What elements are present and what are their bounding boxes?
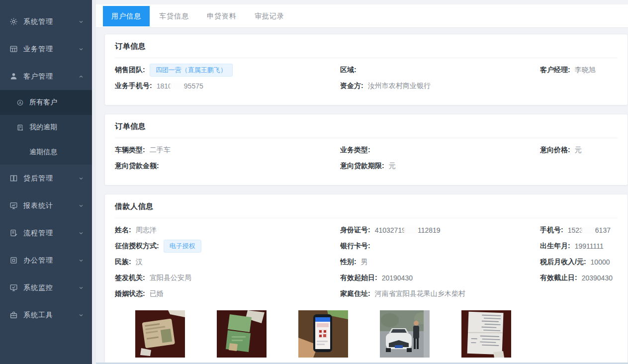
sidebar-item-all-customers[interactable]: 所有客户 (0, 90, 92, 115)
chevron-down-icon (78, 285, 84, 291)
tab-loan-application-docs[interactable]: 申贷资料 (198, 6, 245, 26)
field-name: 姓名: 周志洋 (115, 222, 340, 238)
field-intent-loan-term: 意向贷款期限: 元 (340, 158, 540, 174)
field-valid-from: 有效起始日: 20190430 (340, 270, 540, 286)
clipboard-pen-icon (9, 229, 18, 237)
field-label: 民族: (115, 258, 131, 267)
chevron-down-icon (78, 46, 84, 52)
photo-item: 本人照 (135, 310, 185, 364)
vertical-scrollbar[interactable] (92, 0, 96, 364)
sidebar-item-process-mgmt[interactable]: 流程管理 (0, 219, 92, 247)
field-intent-loan-amount: 意向贷款金额: (115, 158, 340, 174)
field-label: 手机号: (540, 226, 563, 235)
sidebar-item-label: 贷后管理 (23, 174, 78, 183)
field-label: 资金方: (340, 82, 363, 91)
field-label: 车辆类型: (115, 146, 145, 155)
field-intent-price: 意向价格: 元 (540, 142, 618, 158)
field-value: 李晓旭 (575, 66, 596, 75)
field-mobile: 手机号: 15236137 (540, 222, 618, 238)
sidebar-item-postloan-mgmt[interactable]: 贷后管理 (0, 165, 92, 192)
photo-person-with-car[interactable] (380, 310, 430, 358)
field-label: 意向价格: (540, 146, 570, 155)
sidebar-item-overdue-info[interactable]: 逾期信息 (0, 140, 92, 165)
field-valid-to: 有效截止日: 20390430 (540, 270, 618, 286)
sidebar-item-system-monitor[interactable]: 系统监控 (0, 274, 92, 301)
field-value: 男 (361, 258, 368, 267)
order-info-card-2: 订单信息 车辆类型: 二手车 业务类型: 意向价格: 元 (104, 114, 628, 185)
field-label: 意向贷款期限: (340, 162, 384, 171)
field-label: 姓名: (115, 226, 131, 235)
field-label: 业务类型: (340, 146, 370, 155)
photo-id-card[interactable] (135, 310, 185, 358)
sidebar-item-label: 所有客户 (29, 98, 57, 107)
tab-approval-records[interactable]: 审批记录 (246, 6, 293, 26)
photo-item: 人车合影 (380, 310, 430, 364)
field-business-type: 业务类型: (340, 142, 540, 158)
field-label: 家庭住址: (340, 289, 370, 298)
sidebar-item-system-tools[interactable]: 系统工具 (0, 301, 92, 329)
field-value: 112819 (418, 226, 441, 234)
sidebar-item-label: 系统管理 (23, 17, 78, 26)
e-auth-badge: 电子授权 (164, 240, 201, 253)
field-id-number: 身份证号: 41032719112819 (340, 222, 540, 238)
field-value: 95575 (184, 82, 203, 90)
field-issuing-authority: 签发机关: 宜阳县公安局 (115, 270, 340, 286)
sidebar-item-business-mgmt[interactable]: 业务管理 (0, 35, 92, 63)
field-label: 区域: (340, 66, 357, 75)
chevron-down-icon (78, 258, 84, 264)
field-value: 19911111 (575, 242, 604, 250)
sidebar-item-system-mgmt[interactable]: 系统管理 (0, 8, 92, 35)
redaction-blur (172, 82, 184, 90)
sidebar-item-label: 逾期信息 (29, 148, 57, 157)
field-value: 汉 (136, 258, 143, 267)
field-sales-team: 销售团队: 四团一营（直属王鹏飞） (115, 62, 340, 78)
field-label: 签发机关: (115, 273, 145, 282)
field-gender: 性别: 男 (340, 254, 540, 270)
divider (115, 138, 618, 138)
field-ethnicity: 民族: 汉 (115, 254, 340, 270)
sidebar-item-customer-mgmt[interactable]: 客户管理 (0, 63, 92, 90)
sidebar-item-label: 流程管理 (23, 229, 78, 238)
chevron-down-icon (78, 19, 84, 25)
tab-user-info[interactable]: 用户信息 (103, 6, 150, 26)
field-value: 元 (389, 162, 396, 171)
chevron-down-icon (78, 203, 84, 209)
photo-credit-auth-phone[interactable] (298, 310, 348, 358)
field-empty (540, 286, 618, 302)
sidebar-item-my-overdue[interactable]: 我的逾期 (0, 115, 92, 140)
field-value: 20390430 (582, 274, 613, 282)
field-label: 身份证号: (340, 226, 370, 235)
field-label: 有效截止日: (540, 273, 577, 282)
field-label: 银行卡号: (340, 242, 370, 251)
app-window: 系统管理 业务管理 客户管理 所有客户 (0, 0, 628, 364)
photo-item: 征信授权 (298, 310, 348, 364)
sales-team-badge[interactable]: 四团一营（直属王鹏飞） (150, 64, 233, 77)
sidebar: 系统管理 业务管理 客户管理 所有客户 (0, 0, 92, 364)
user-icon (9, 72, 18, 81)
monitor-chart-icon (9, 201, 18, 210)
photo-household-register[interactable] (217, 310, 267, 358)
field-label: 税后月收入/元: (540, 258, 586, 267)
field-empty (540, 158, 618, 174)
chevron-up-icon (78, 74, 84, 80)
field-label: 意向贷款金额: (115, 162, 159, 171)
field-label: 有效起始日: (340, 273, 377, 282)
redaction-blur (405, 226, 418, 234)
borrower-info-card: 借款人信息 姓名: 周志洋 身份证号: 41032719112819 手机号: … (104, 194, 628, 364)
chevron-down-icon (78, 230, 84, 236)
photo-handwritten-document[interactable] (461, 310, 511, 358)
office-icon (9, 256, 18, 265)
main-content: 用户信息 车贷信息 申贷资料 审批记录 订单信息 销售团队: 四团一营（直属王鹏… (96, 0, 628, 364)
sidebar-item-label: 我的逾期 (29, 123, 57, 132)
field-credit-auth-method: 征信授权方式: 电子授权 (115, 238, 340, 254)
field-birth-date: 出生年月: 19911111 (540, 238, 618, 254)
open-book-icon (9, 174, 18, 182)
field-monthly-income: 税后月收入/元: 10000 (540, 254, 618, 270)
sidebar-item-report-stats[interactable]: 报表统计 (0, 192, 92, 219)
detail-tabbar: 用户信息 车贷信息 申贷资料 审批记录 (96, 4, 628, 28)
field-value: 1523 (568, 226, 583, 234)
tab-car-loan-info[interactable]: 车贷信息 (151, 6, 197, 26)
sidebar-item-office-mgmt[interactable]: 办公管理 (0, 247, 92, 274)
card-title: 订单信息 (115, 114, 618, 138)
card-title: 订单信息 (115, 34, 618, 58)
